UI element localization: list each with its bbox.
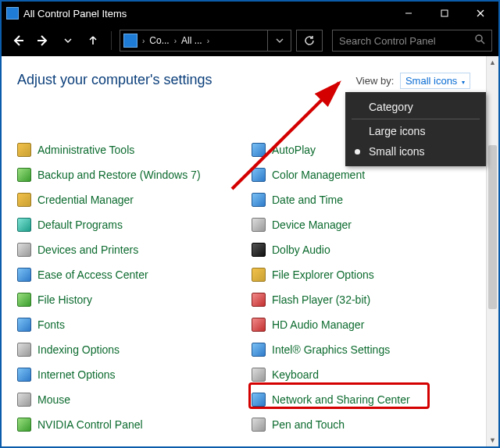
scroll-up-button[interactable]: ▲ bbox=[487, 56, 498, 69]
pen-icon bbox=[252, 418, 266, 432]
defaults-icon bbox=[17, 218, 31, 232]
cp-item-dolby-audio[interactable]: Dolby Audio bbox=[252, 241, 486, 258]
menu-separator bbox=[352, 119, 480, 119]
search-placeholder: Search Control Panel bbox=[339, 35, 436, 47]
mouse-icon bbox=[17, 393, 31, 407]
vertical-scrollbar[interactable]: ▲ ▼ bbox=[486, 56, 498, 446]
cp-item-date-time[interactable]: Date and Time bbox=[252, 191, 486, 208]
folder-options-icon bbox=[252, 268, 266, 282]
color-icon bbox=[252, 168, 266, 182]
scroll-thumb[interactable] bbox=[488, 145, 497, 309]
cp-item-fonts[interactable]: Fonts bbox=[17, 316, 252, 333]
view-by-menu: Category Large icons Small icons bbox=[345, 92, 486, 166]
cp-item-flash-player[interactable]: Flash Player (32-bit) bbox=[252, 291, 486, 308]
menu-item-category[interactable]: Category bbox=[345, 97, 486, 117]
clock-icon bbox=[252, 193, 266, 207]
credential-icon bbox=[17, 193, 31, 207]
internet-icon bbox=[17, 368, 31, 382]
title-bar: All Control Panel Items bbox=[2, 2, 498, 25]
scroll-down-button[interactable]: ▼ bbox=[487, 434, 498, 446]
chevron-right-icon[interactable]: › bbox=[141, 37, 146, 45]
breadcrumb-item[interactable]: Co... bbox=[146, 35, 172, 46]
cp-item-hd-audio[interactable]: HD Audio Manager bbox=[252, 316, 486, 333]
fonts-icon bbox=[17, 318, 31, 332]
accessibility-icon bbox=[17, 268, 31, 282]
cp-item-credential-manager[interactable]: Credential Manager bbox=[17, 191, 252, 208]
autoplay-icon bbox=[252, 143, 266, 157]
cp-item-ease-of-access[interactable]: Ease of Access Center bbox=[17, 266, 252, 283]
intel-icon bbox=[252, 343, 266, 357]
cp-item-pen-touch[interactable]: Pen and Touch bbox=[252, 416, 486, 433]
breadcrumb-item[interactable]: All ... bbox=[178, 35, 205, 46]
cp-item-devices-printers[interactable]: Devices and Printers bbox=[17, 241, 252, 258]
cp-item-mouse[interactable]: Mouse bbox=[17, 391, 252, 408]
control-panel-icon bbox=[123, 34, 138, 48]
window-title: All Control Panel Items bbox=[23, 8, 127, 20]
nvidia-icon bbox=[17, 418, 31, 432]
address-bar: › Co... › All ... › Search Control Panel bbox=[2, 25, 498, 56]
cp-item-keyboard[interactable]: Keyboard bbox=[252, 366, 486, 383]
content-area: Adjust your computer's settings View by:… bbox=[2, 56, 498, 446]
control-panel-icon bbox=[6, 7, 19, 20]
device-icon bbox=[252, 218, 266, 232]
svg-line-7 bbox=[481, 41, 484, 44]
maximize-button[interactable] bbox=[427, 2, 462, 25]
dolby-icon bbox=[252, 243, 266, 257]
close-button[interactable] bbox=[462, 2, 498, 25]
up-button[interactable] bbox=[83, 30, 103, 52]
cp-item-file-history[interactable]: File History bbox=[17, 291, 252, 308]
cp-item-backup-restore[interactable]: Backup and Restore (Windows 7) bbox=[17, 166, 252, 183]
address-dropdown-button[interactable] bbox=[267, 30, 291, 51]
keyboard-icon bbox=[252, 368, 266, 382]
network-icon bbox=[252, 393, 266, 407]
cp-item-network-sharing[interactable]: Network and Sharing Center bbox=[252, 391, 486, 408]
recent-locations-button[interactable] bbox=[58, 30, 78, 52]
minimize-button[interactable] bbox=[391, 2, 427, 25]
backup-icon bbox=[17, 168, 31, 182]
cp-item-internet-options[interactable]: Internet Options bbox=[17, 366, 252, 383]
cp-item-device-manager[interactable]: Device Manager bbox=[252, 216, 486, 233]
cp-item-default-programs[interactable]: Default Programs bbox=[17, 216, 252, 233]
chevron-right-icon[interactable]: › bbox=[173, 37, 178, 45]
breadcrumb[interactable]: › Co... › All ... › bbox=[120, 30, 291, 52]
view-by-dropdown-button[interactable]: Small icons ▾ bbox=[400, 73, 470, 89]
view-by-value: Small icons bbox=[405, 75, 457, 87]
view-by-label: View by: bbox=[355, 75, 394, 87]
cp-item-intel-graphics[interactable]: Intel® Graphics Settings bbox=[252, 341, 486, 358]
cp-item-file-explorer-options[interactable]: File Explorer Options bbox=[252, 266, 486, 283]
svg-point-6 bbox=[476, 35, 482, 41]
search-icon bbox=[474, 34, 485, 48]
menu-item-large-icons[interactable]: Large icons bbox=[345, 121, 486, 141]
chevron-right-icon[interactable]: › bbox=[205, 37, 211, 45]
cp-item-administrative-tools[interactable]: Administrative Tools bbox=[17, 141, 252, 158]
chevron-down-icon: ▾ bbox=[462, 79, 465, 86]
cp-item-color-management[interactable]: Color Management bbox=[252, 166, 486, 183]
indexing-icon bbox=[17, 343, 31, 357]
cp-item-nvidia[interactable]: NVIDIA Control Panel bbox=[17, 416, 252, 433]
history-icon bbox=[17, 293, 31, 307]
back-button[interactable] bbox=[8, 30, 28, 52]
flash-icon bbox=[252, 293, 266, 307]
tools-icon bbox=[17, 143, 31, 157]
printer-icon bbox=[17, 243, 31, 257]
cp-item-indexing-options[interactable]: Indexing Options bbox=[17, 341, 252, 358]
svg-rect-1 bbox=[441, 10, 448, 16]
refresh-button[interactable] bbox=[296, 30, 323, 52]
view-by-control: View by: Small icons ▾ bbox=[355, 75, 470, 87]
audio-icon bbox=[252, 318, 266, 332]
search-input[interactable]: Search Control Panel bbox=[332, 30, 492, 52]
items-grid: Administrative Tools AutoPlay Backup and… bbox=[17, 141, 483, 433]
forward-button[interactable] bbox=[33, 30, 53, 52]
menu-item-small-icons[interactable]: Small icons bbox=[345, 141, 486, 162]
